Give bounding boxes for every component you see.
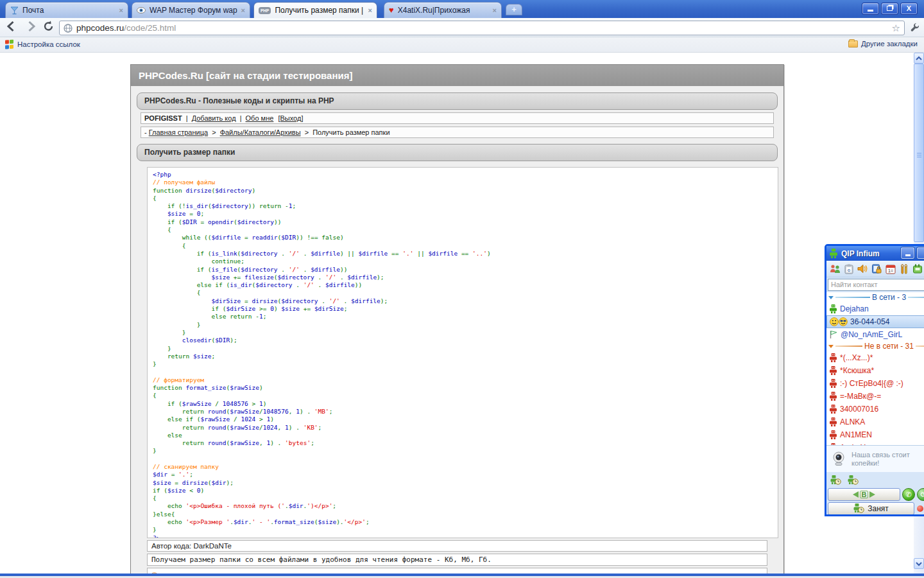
qip-call-button[interactable]: ✆ xyxy=(902,488,915,501)
forward-button[interactable] xyxy=(24,20,41,35)
code-line: { xyxy=(153,289,773,297)
code-line: else if ($rawSize / 1024 > 1) xyxy=(153,416,773,423)
qip-status-icons-row xyxy=(826,472,924,487)
code-line: } xyxy=(153,526,773,534)
qip-restore-button[interactable] xyxy=(917,247,924,259)
qip-sync-button[interactable]: ⟳ xyxy=(917,488,924,501)
code-line: if ($dirSize >= 0) $size += $dirSize; xyxy=(153,305,773,313)
contact-name: *(...Xz...)* xyxy=(840,353,873,362)
contact-row[interactable]: =-МаВк@-= xyxy=(826,390,924,403)
url-host: phpcodes.ru xyxy=(76,23,124,33)
logout-link[interactable]: [Выход] xyxy=(278,114,303,122)
code-line: else xyxy=(153,432,773,439)
settings-wrench-button[interactable] xyxy=(909,22,920,33)
qip-status-clock-icon[interactable] xyxy=(848,475,859,485)
tab-mail[interactable]: Почта × xyxy=(5,2,128,18)
reload-button[interactable] xyxy=(42,20,59,35)
url-bar[interactable]: phpcodes.ru/code/25.html ☆ xyxy=(59,21,905,35)
contact-row[interactable]: 36-044-054 xyxy=(826,315,924,328)
code-line: // форматируем xyxy=(153,376,773,384)
reload-icon xyxy=(42,20,55,33)
tab-wap-forum[interactable]: WAP Мастер Форум wapinet. × xyxy=(132,2,250,18)
qip-ad-banner[interactable]: Наша связь стоиткопейки! xyxy=(826,445,924,472)
new-tab-button[interactable]: + xyxy=(506,4,522,15)
back-button[interactable] xyxy=(5,20,22,35)
add-contact-icon[interactable] xyxy=(830,264,841,274)
contact-row[interactable]: @No_nAmE_GirL xyxy=(826,328,924,341)
code-line: }else{ xyxy=(153,511,773,518)
scroll-up-button[interactable] xyxy=(914,53,924,64)
qip-titlebar[interactable]: QIP Infium xyxy=(826,246,924,261)
contact-row[interactable]: :-) СтЕрВо4|{@ :-) xyxy=(826,377,924,390)
calendar-icon[interactable]: 1= xyxy=(886,264,896,274)
contact-name: 340007016 xyxy=(840,405,878,414)
collapse-arrow-icon[interactable] xyxy=(828,296,834,299)
qip-busy-status-icon xyxy=(853,504,864,513)
plugin-icon[interactable] xyxy=(912,264,923,274)
user-nav-row: POFIGISST | Добавить код | Обо мне [Выхо… xyxy=(141,112,774,124)
windows-flag-icon xyxy=(5,40,14,49)
code-line: if (is_link($directory . '/' . $dirfile)… xyxy=(153,250,773,258)
contact-group-header[interactable]: Не в сети - 31 xyxy=(826,341,924,351)
tools-icon[interactable] xyxy=(900,264,909,274)
add-code-link[interactable]: Добавить код xyxy=(192,114,236,122)
php-code-block: <?php// получаем файлыfunction dirsize($… xyxy=(147,167,778,538)
scrollbar-thumb[interactable] xyxy=(914,64,924,242)
other-bookmarks-button[interactable]: Другие закладки xyxy=(848,40,918,48)
qip-status-clock-icon[interactable] xyxy=(830,475,841,485)
scroll-down-button[interactable] xyxy=(914,558,924,569)
site-subtitle-bar: PHPCodes.Ru - Полезные коды и скрипты на… xyxy=(137,92,778,110)
breadcrumb-category-link[interactable]: Файлы/Каталоги/Архивы xyxy=(220,128,301,136)
qip-main-menu-button[interactable]: B xyxy=(828,488,900,501)
tab-close-icon[interactable]: × xyxy=(493,6,497,14)
breadcrumb-current: Получить размер папки xyxy=(312,128,389,136)
code-line: { xyxy=(153,242,773,250)
code-line: { xyxy=(153,195,773,202)
contacts-book-icon[interactable] xyxy=(871,264,882,274)
code-line: // сканируем папку xyxy=(153,463,773,471)
restore-button[interactable] xyxy=(881,3,898,15)
webcam-icon xyxy=(830,451,847,468)
tab-close-icon[interactable]: × xyxy=(241,6,245,14)
qip-search-input[interactable]: Найти контакт xyxy=(828,279,924,291)
contact-group-header[interactable]: В сети - 3 xyxy=(826,292,924,302)
tab-close-icon[interactable]: × xyxy=(119,6,123,14)
code-line: $size += filesize($directory . '/' . $di… xyxy=(153,274,773,281)
bookmark-star-icon[interactable]: ☆ xyxy=(892,22,900,34)
contact-row[interactable]: *(...Xz...)* xyxy=(826,351,924,364)
clipboard-icon[interactable]: G xyxy=(844,264,853,274)
browser-tabstrip: Почта × WAP Мастер Форум wapinet. × PHP … xyxy=(0,0,924,18)
bookmark-item[interactable]: Настройка ссылок xyxy=(5,40,80,49)
qip-robot-offline-icon xyxy=(829,443,837,445)
breadcrumb-home-link[interactable]: Главная страница xyxy=(149,128,208,136)
sound-icon[interactable] xyxy=(857,264,868,274)
tab-x4atix[interactable]: ♥ X4atiX.Ru|Прихожая × xyxy=(384,2,502,18)
collapse-arrow-icon[interactable] xyxy=(828,345,834,348)
qip-minimize-button[interactable] xyxy=(901,247,914,259)
contact-row[interactable]: Dejahan xyxy=(826,302,924,315)
code-line: } xyxy=(153,321,773,329)
tab-title: Почта xyxy=(22,6,116,15)
code-line: return $size; xyxy=(153,353,773,360)
close-button[interactable]: X xyxy=(900,3,918,15)
qip-contact-list: В сети - 3Dejahan36-044-054@No_nAmE_GirL… xyxy=(826,292,924,445)
svg-text:G: G xyxy=(848,268,851,272)
code-line: if (is_file($directory . '/' . $dirfile)… xyxy=(153,266,773,274)
qip-robot-offline-icon xyxy=(829,366,837,375)
contact-row[interactable]: ALNKA xyxy=(826,416,924,428)
contact-row[interactable]: 340007016 xyxy=(826,403,924,416)
php-icon: PHP xyxy=(259,7,271,14)
pin-icon[interactable] xyxy=(917,505,923,512)
about-link[interactable]: Обо мне xyxy=(246,114,274,122)
tab-close-icon[interactable]: × xyxy=(368,6,372,14)
minimize-button[interactable] xyxy=(862,3,879,15)
tab-phpcodes-active[interactable]: PHP Получить размер папки | PH × xyxy=(253,2,377,18)
group-label: Не в сети - 31 xyxy=(864,342,914,351)
qip-robot-offline-icon xyxy=(829,405,837,414)
code-line xyxy=(153,368,773,376)
contact-row[interactable]: AN1MEN xyxy=(826,428,924,441)
qip-status-button[interactable]: Занят xyxy=(828,502,914,515)
contact-row[interactable]: *Ксюшка* xyxy=(826,364,924,377)
contact-name: Dejahan xyxy=(840,304,869,313)
code-line: { xyxy=(153,226,773,234)
